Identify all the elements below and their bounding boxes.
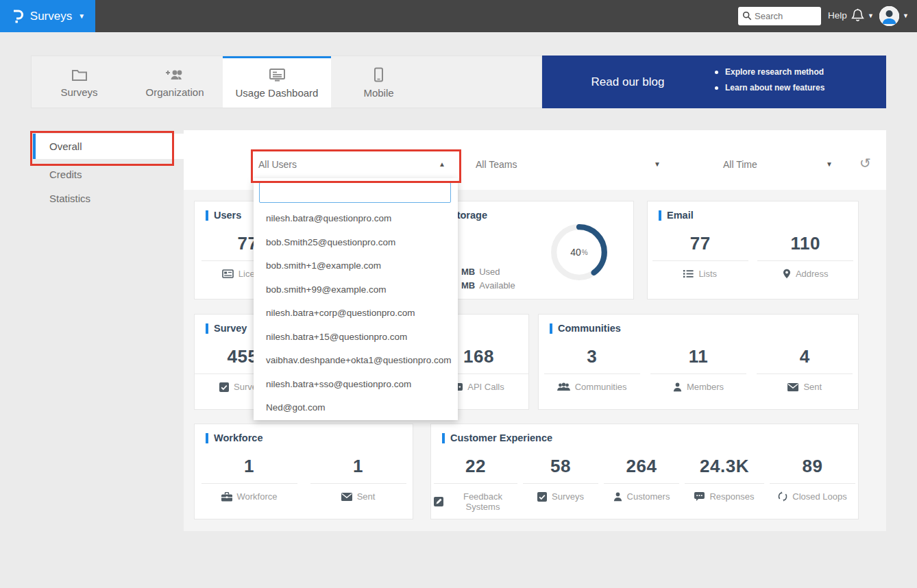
- reset-filters-icon[interactable]: ↺: [859, 152, 871, 174]
- questionpro-logo-icon: [10, 9, 24, 24]
- card-email: Email 77 Lists 110 Address: [647, 201, 859, 299]
- users-filter-select[interactable]: All Users ▲: [254, 152, 452, 177]
- stat-label: Responses: [709, 491, 754, 502]
- stat-label: Communities: [575, 382, 627, 392]
- stat-workforce: 1 Workforce: [201, 456, 297, 502]
- caret-up-icon: ▲: [439, 152, 445, 177]
- stat-label: Closed Loops: [792, 491, 847, 502]
- checkbox-icon: [219, 382, 229, 392]
- group-icon: [557, 382, 570, 391]
- storage-used-label: Used: [479, 267, 500, 277]
- stat-value: 24.3K: [685, 456, 764, 477]
- search-input[interactable]: [738, 7, 821, 25]
- user-option[interactable]: bob.Smith25@questionpro.com: [254, 231, 458, 255]
- sidebar-item-credits[interactable]: Credits: [33, 164, 186, 185]
- chat-icon: [694, 492, 705, 501]
- blog-banner[interactable]: Read our blog Explore research method Le…: [542, 56, 886, 108]
- stat-label: Sent: [803, 382, 822, 392]
- user-option[interactable]: nilesh.batra+15@questionpro.com: [254, 326, 458, 350]
- bullet-icon: [715, 86, 718, 90]
- card-title: Customer Experience: [450, 432, 552, 443]
- help-link[interactable]: Help: [828, 10, 847, 21]
- card-title: Survey: [214, 323, 247, 334]
- user-filter-search-input[interactable]: [259, 182, 451, 203]
- tab-label: Usage Dashboard: [236, 87, 319, 99]
- stat-label: Lists: [698, 269, 717, 279]
- product-switcher[interactable]: Surveys ▼: [0, 0, 95, 32]
- tab-surveys[interactable]: Surveys: [32, 56, 127, 108]
- person-icon: [613, 492, 622, 502]
- avatar-caret-icon[interactable]: ▼: [903, 13, 909, 19]
- storage-available-unit: MB: [461, 280, 475, 291]
- add-users-icon: [166, 68, 184, 82]
- title-accent-bar: [206, 323, 208, 334]
- stat-label: Customers: [627, 491, 670, 502]
- stat-label: API Calls: [467, 382, 504, 392]
- stat-label: Address: [796, 269, 829, 279]
- bullet-icon: [715, 71, 718, 74]
- time-filter-select[interactable]: All Time ▼: [723, 152, 840, 177]
- storage-available-label: Available: [479, 280, 515, 291]
- caret-down-icon: ▼: [654, 152, 661, 177]
- teams-filter-select[interactable]: All Teams ▼: [476, 152, 668, 177]
- bell-caret-icon[interactable]: ▼: [868, 13, 874, 19]
- storage-percent: 40: [570, 247, 581, 258]
- stat-sent: 1 Sent: [310, 456, 406, 502]
- top-bar: Surveys ▼ Help ▼ ▼: [0, 0, 917, 32]
- envelope-icon: [787, 383, 798, 391]
- notifications-bell-icon[interactable]: [851, 8, 864, 23]
- user-option[interactable]: bob.smith+1@example.com: [254, 254, 458, 278]
- stat-value: 1: [310, 456, 406, 477]
- stat-value: 1: [201, 456, 297, 477]
- tab-mobile[interactable]: Mobile: [331, 56, 426, 108]
- stat-value: 58: [523, 456, 598, 477]
- user-options-list: nilesh.batra@questionpro.com bob.Smith25…: [254, 207, 458, 420]
- title-accent-bar: [442, 433, 445, 443]
- stat-value: 11: [650, 346, 746, 367]
- title-accent-bar: [550, 323, 552, 334]
- card-title: Communities: [558, 323, 621, 334]
- banner-title[interactable]: Read our blog: [570, 75, 686, 89]
- stat-label: Feedback Systems: [448, 491, 517, 512]
- user-option[interactable]: nilesh.batra+sso@questionpro.com: [254, 373, 458, 397]
- title-accent-bar: [206, 433, 208, 443]
- user-option[interactable]: nilesh.batra@questionpro.com: [254, 207, 458, 231]
- storage-percent-sign: %: [582, 249, 588, 256]
- usage-dashboard-screen: Surveys ▼ Help ▼ ▼ Surveys Organ: [0, 0, 917, 588]
- stat-value: 110: [757, 233, 853, 254]
- caret-down-icon: ▼: [78, 13, 85, 20]
- stat-value: 77: [652, 233, 748, 254]
- feedback-icon: [434, 497, 443, 506]
- stat-feedback-systems: 22 Feedback Systems: [434, 456, 517, 512]
- stat-value: 4: [757, 346, 853, 367]
- user-option[interactable]: bob.smith+99@example.com: [254, 278, 458, 302]
- sidebar-item-overall[interactable]: Overall: [33, 134, 184, 159]
- briefcase-icon: [221, 492, 232, 502]
- avatar[interactable]: [879, 6, 899, 26]
- storage-usage-text: MBUsed MBAvailable: [461, 265, 515, 293]
- stat-value: 264: [604, 456, 679, 477]
- storage-donut-chart: 40%: [548, 221, 611, 284]
- stat-members: 11 Members: [650, 346, 746, 392]
- checkbox-icon: [537, 492, 547, 502]
- closed-loop-icon: [778, 491, 787, 502]
- stat-responses: 24.3K Responses: [685, 456, 764, 512]
- stat-communities: 3 Communities: [544, 346, 640, 392]
- brand-label: Surveys: [30, 10, 72, 23]
- teams-filter-value: All Teams: [476, 159, 517, 170]
- title-accent-bar: [659, 210, 661, 221]
- tab-organization[interactable]: Organization: [127, 56, 223, 108]
- tab-usage-dashboard[interactable]: Usage Dashboard: [223, 56, 331, 108]
- user-option[interactable]: Ned@got.com: [254, 396, 458, 420]
- module-tabs: Surveys Organization Usage Dashboard Mob…: [31, 56, 542, 108]
- person-icon: [673, 382, 682, 392]
- user-option[interactable]: nilesh.batra+corp@questionpro.com: [254, 302, 458, 326]
- sidebar-item-statistics[interactable]: Statistics: [33, 188, 186, 209]
- license-icon: [222, 269, 234, 278]
- stat-value: 89: [770, 456, 855, 477]
- stat-address: 110 Address: [757, 233, 853, 279]
- tab-label: Organization: [145, 86, 204, 98]
- user-option[interactable]: vaibhav.deshpande+okta1@questionpro.com: [254, 349, 458, 373]
- stat-closed-loops: 89 Closed Loops: [770, 456, 855, 512]
- time-filter-value: All Time: [723, 159, 757, 170]
